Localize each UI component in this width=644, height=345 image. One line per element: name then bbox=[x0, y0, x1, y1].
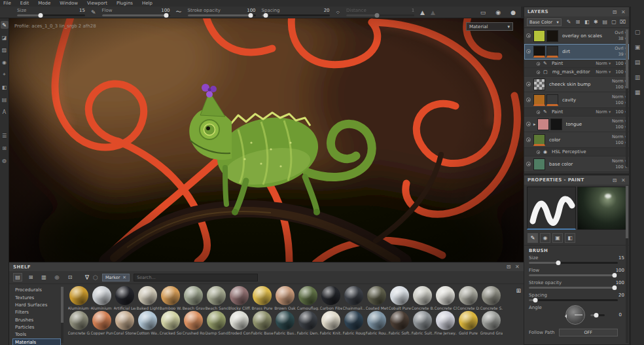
shelf-category-procedurals[interactable]: Procedurals bbox=[13, 287, 60, 293]
shelf-export-icon[interactable]: ⊡ bbox=[65, 273, 75, 281]
stroke-preview[interactable] bbox=[527, 187, 576, 230]
panel-tab-icon[interactable]: ▤ bbox=[635, 59, 641, 65]
shelf-category-particles[interactable]: Particles bbox=[13, 324, 60, 331]
menu-edit[interactable]: Edit bbox=[20, 1, 29, 6]
parameter-value[interactable]: 15 bbox=[618, 255, 624, 261]
material-item[interactable]: Fabric Base... bbox=[251, 311, 274, 335]
layer-thumbnail[interactable] bbox=[533, 94, 545, 106]
categories-scrollbar[interactable] bbox=[61, 287, 63, 343]
layer-mask-thumbnail[interactable] bbox=[546, 30, 558, 42]
filter-funnel-icon[interactable]: ∇ bbox=[85, 274, 89, 281]
material-item[interactable]: Damp Sand... bbox=[205, 311, 228, 335]
dock-icon[interactable]: ⊡ bbox=[613, 9, 617, 15]
layer-thumbnail[interactable] bbox=[533, 46, 545, 58]
visibility-toggle-icon[interactable] bbox=[526, 82, 531, 86]
display-mode-icon[interactable]: ▭ bbox=[480, 9, 486, 16]
material-item[interactable]: Fabric Den... bbox=[296, 311, 319, 335]
add-folder-icon[interactable]: ▤ bbox=[601, 19, 609, 25]
layer-row[interactable]: ▸ cavity Norm 100 bbox=[524, 92, 629, 108]
layer-thumbnail[interactable] bbox=[533, 158, 545, 170]
brush-preset-icon[interactable]: ✎ bbox=[91, 9, 96, 16]
shelf-category-filters[interactable]: Filters bbox=[13, 309, 60, 316]
clone-stamp-tool-icon[interactable]: ◧ bbox=[1, 83, 9, 91]
text-tool-icon[interactable]: A bbox=[1, 108, 9, 116]
layer-row[interactable]: ▸ cheeck skin bump Norm 100 bbox=[524, 77, 629, 92]
menu-help[interactable]: Help bbox=[142, 1, 152, 6]
layer-name[interactable]: cavity bbox=[562, 98, 612, 103]
menu-window[interactable]: Window bbox=[60, 1, 78, 6]
material-item[interactable]: Fabric Knit... bbox=[319, 311, 342, 335]
grid-view-icon[interactable]: ⊞ bbox=[516, 287, 521, 294]
layer-name[interactable]: HSL Perceptive bbox=[552, 149, 622, 154]
material-item[interactable]: Gold Pure bbox=[457, 311, 480, 335]
tab-alpha-icon[interactable]: ◉ bbox=[540, 233, 550, 243]
layer-row[interactable]: ▸ color Norm 100 bbox=[524, 132, 629, 148]
shelf-folder-icon[interactable]: ▤ bbox=[13, 273, 22, 281]
material-item[interactable]: Concrete S... bbox=[480, 286, 503, 310]
projection-tool-icon[interactable]: ▨ bbox=[1, 46, 9, 54]
stroke-opacity-slider[interactable] bbox=[188, 14, 256, 16]
layer-row[interactable]: ▸ dirt Ovrl 39 bbox=[524, 44, 629, 60]
flow-value[interactable]: 100 bbox=[161, 8, 170, 13]
layer-name[interactable]: dirt bbox=[562, 49, 615, 54]
parameter-value[interactable]: 100 bbox=[616, 268, 624, 273]
visibility-toggle-icon[interactable] bbox=[537, 110, 541, 114]
layer-name[interactable]: overlay on scales bbox=[562, 33, 615, 39]
size-slider[interactable] bbox=[17, 14, 85, 16]
pencil-icon[interactable]: ✎ bbox=[565, 19, 573, 25]
viewer-settings-icon[interactable]: ◍ bbox=[1, 156, 9, 164]
blend-mode-dropdown[interactable]: Norm bbox=[596, 61, 611, 67]
material-item[interactable]: Blocky Cliff... bbox=[228, 286, 251, 310]
blend-mode-dropdown[interactable]: Norm bbox=[612, 158, 627, 164]
panel-tab-icon[interactable]: ▣ bbox=[635, 44, 641, 50]
stroke-opacity-value[interactable]: 100 bbox=[247, 8, 255, 13]
material-item[interactable]: Concrete B... bbox=[411, 286, 434, 310]
follow-path-toggle[interactable]: OFF bbox=[559, 329, 618, 336]
parameter-value[interactable]: 100 bbox=[616, 280, 624, 285]
material-preview[interactable] bbox=[577, 187, 626, 230]
material-item[interactable]: Concrete D... bbox=[457, 286, 480, 310]
smudge-tool-icon[interactable]: ⌖ bbox=[1, 71, 9, 79]
layers-scrollbar[interactable] bbox=[626, 29, 628, 167]
material-item[interactable]: Artificial Lea... bbox=[113, 286, 136, 310]
layer-row[interactable]: ✎ ▸ Paint Norm 100 bbox=[524, 60, 629, 68]
filter-chip[interactable]: Marker ✕ bbox=[102, 274, 130, 281]
properties-scrollbar[interactable] bbox=[626, 186, 628, 343]
material-item[interactable]: Brown Oak bbox=[274, 286, 296, 310]
blend-mode-dropdown[interactable]: Norm bbox=[612, 134, 627, 140]
symmetry-icon[interactable]: ⁘ bbox=[336, 9, 341, 16]
add-layer-icon[interactable]: ⊞ bbox=[575, 19, 582, 25]
close-icon[interactable]: ✕ bbox=[515, 264, 520, 270]
layer-name[interactable]: cheeck skin bump bbox=[549, 82, 612, 87]
tab-brush-icon[interactable]: ✎ bbox=[528, 233, 538, 243]
layer-row[interactable]: ▸ tongue Norm 100 bbox=[524, 117, 629, 132]
panel-tab-icon[interactable]: ▦ bbox=[635, 89, 641, 96]
material-item[interactable]: Fine Jersey... bbox=[434, 311, 457, 335]
shelf-find-icon[interactable]: ◎ bbox=[52, 273, 62, 281]
visibility-toggle-icon[interactable] bbox=[537, 62, 541, 65]
parameter-slider[interactable] bbox=[529, 299, 618, 301]
display-settings-icon[interactable]: ☰ bbox=[1, 132, 9, 139]
layer-name[interactable]: tongue bbox=[566, 122, 612, 127]
material-item[interactable]: Fabric Rough bbox=[342, 311, 365, 335]
panel-tab-icon[interactable]: ▢ bbox=[635, 29, 641, 35]
shelf-category-hard-surfaces[interactable]: Hard Surfaces bbox=[13, 302, 60, 308]
shader-dropdown[interactable]: Material ▾ bbox=[466, 22, 513, 31]
parameter-slider[interactable] bbox=[529, 274, 618, 276]
angle-value[interactable]: 0 bbox=[617, 312, 622, 318]
material-item[interactable]: Chainmail... bbox=[342, 286, 365, 310]
material-item[interactable]: Beach Gravel bbox=[182, 286, 205, 310]
spacing-value[interactable]: 20 bbox=[324, 8, 330, 13]
blend-mode-dropdown[interactable]: Norm bbox=[596, 69, 611, 75]
material-item[interactable]: Eroded Con... bbox=[228, 311, 251, 335]
angle-slider[interactable] bbox=[590, 314, 605, 316]
parameter-slider[interactable] bbox=[529, 287, 618, 289]
shelf-import-icon[interactable]: ⊞ bbox=[26, 273, 35, 281]
visibility-toggle-icon[interactable] bbox=[526, 122, 531, 126]
delete-layer-icon[interactable]: ⌧ bbox=[619, 19, 626, 25]
polygon-fill-tool-icon[interactable]: ◉ bbox=[1, 58, 9, 66]
visibility-toggle-icon[interactable] bbox=[526, 33, 531, 38]
material-item[interactable]: Cobalt Pure bbox=[388, 286, 411, 310]
visibility-toggle-icon[interactable] bbox=[526, 98, 531, 102]
material-item[interactable]: Fabric Suit... bbox=[411, 311, 434, 335]
